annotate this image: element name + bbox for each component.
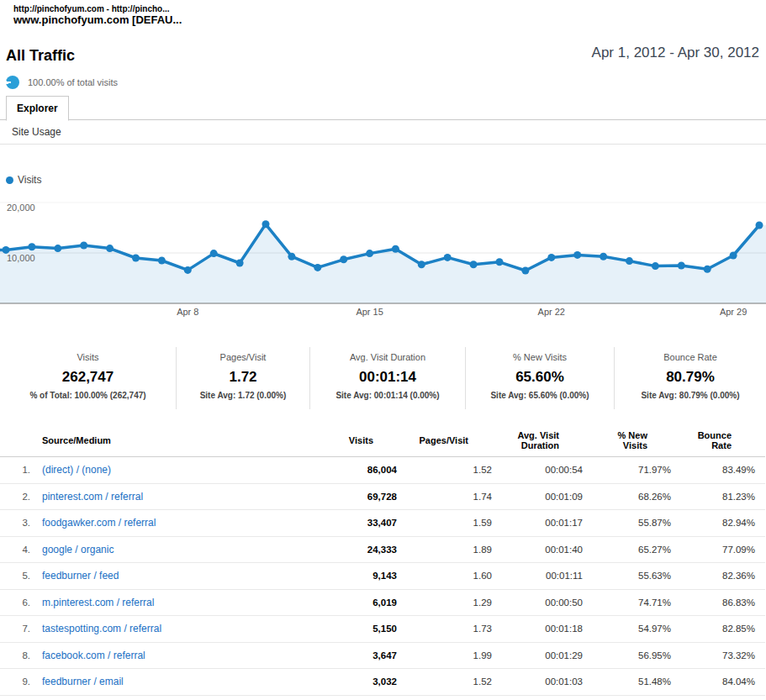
data-point-marker[interactable] xyxy=(80,242,87,250)
metric-label: % New Visits xyxy=(466,352,614,362)
data-point-marker[interactable] xyxy=(652,262,659,270)
source-medium-table: Source/Medium Visits Pages/Visit Avg. Vi… xyxy=(0,424,765,700)
data-point-marker[interactable] xyxy=(626,257,633,265)
table-row: 9.feedburner / email3,0321.5200:01:0351.… xyxy=(0,669,765,696)
y-axis-label: 20,000 xyxy=(7,203,35,213)
data-point-marker[interactable] xyxy=(210,250,218,257)
data-point-marker[interactable] xyxy=(573,251,581,259)
tabbar-divider xyxy=(0,119,766,120)
table-row: 8.facebook.com / referral3,6471.9900:01:… xyxy=(0,642,765,669)
header-rank xyxy=(0,424,37,457)
header-avg-visit-duration[interactable]: Avg. Visit Duration xyxy=(502,424,593,457)
bounce-rate-value: 84.04% xyxy=(681,669,765,696)
bounce-rate-value: 73.32% xyxy=(681,642,765,669)
visits-chart-container: 10,00020,000Apr 8Apr 15Apr 22Apr 29 xyxy=(0,198,766,322)
data-point-marker[interactable] xyxy=(600,253,607,261)
avg-visit-duration-value: 00:00:50 xyxy=(502,589,593,616)
row-rank: 5. xyxy=(0,563,37,590)
tab-explorer[interactable]: Explorer xyxy=(6,96,69,121)
data-point-marker[interactable] xyxy=(106,245,114,252)
avg-visit-duration-value: 00:01:40 xyxy=(502,536,593,563)
data-point-marker[interactable] xyxy=(236,260,244,267)
visits-line-chart: 10,00020,000Apr 8Apr 15Apr 22Apr 29 xyxy=(0,198,766,322)
chart-legend: Visits xyxy=(6,174,41,186)
data-point-marker[interactable] xyxy=(132,255,140,262)
bounce-rate-value: 82.85% xyxy=(681,616,765,643)
header-visits[interactable]: Visits xyxy=(323,424,407,457)
data-point-marker[interactable] xyxy=(392,245,399,253)
table-row: 5.feedburner / feed9,1431.6000:01:1155.6… xyxy=(0,563,765,590)
table-row: 4.google / organic24,3331.8900:01:4065.2… xyxy=(0,536,765,563)
source-medium-link[interactable]: (direct) / (none) xyxy=(42,464,111,476)
source-medium-link: m.pinterest.com / referral xyxy=(37,589,323,616)
row-rank: 8. xyxy=(0,642,37,669)
source-medium-link: feedburner / feed xyxy=(37,563,323,590)
pages-per-visit-value: 1.52 xyxy=(407,457,502,484)
table-row: 1.(direct) / (none)86,0041.5200:00:5471.… xyxy=(0,457,765,484)
data-point-marker[interactable] xyxy=(28,243,35,250)
date-range-selector[interactable]: Apr 1, 2012 - Apr 30, 2012 xyxy=(592,45,759,61)
header-source-medium[interactable]: Source/Medium xyxy=(37,424,323,457)
source-medium-link[interactable]: google / organic xyxy=(42,544,114,555)
source-medium-link[interactable]: m.pinterest.com / referral xyxy=(42,597,154,608)
source-medium-link[interactable]: foodgawker.com / referral xyxy=(42,517,156,529)
header-bounce-rate[interactable]: Bounce Rate xyxy=(681,424,765,457)
header-pages-per-visit[interactable]: Pages/Visit xyxy=(407,424,502,457)
data-point-marker[interactable] xyxy=(366,250,373,257)
bounce-rate-value: 81.23% xyxy=(681,483,765,510)
data-point-marker[interactable] xyxy=(444,254,452,261)
data-point-marker[interactable] xyxy=(496,258,504,266)
data-point-marker[interactable] xyxy=(288,253,295,261)
visits-value: 2,312 xyxy=(323,695,407,700)
row-rank: 6. xyxy=(0,589,37,616)
row-rank: 2. xyxy=(0,483,37,510)
source-medium-link: tastespotting.com / referral xyxy=(37,616,323,643)
pages-per-visit-value: 1.73 xyxy=(407,616,502,643)
avg-visit-duration-value: 00:01:09 xyxy=(502,483,593,510)
data-point-marker[interactable] xyxy=(418,261,425,268)
source-medium-link[interactable]: feedburner / email xyxy=(42,676,124,687)
legend-visits-label: Visits xyxy=(18,174,41,186)
table-row: 7.tastespotting.com / referral5,1501.730… xyxy=(0,616,765,643)
metric-bounce-rate: Bounce Rate 80.79% Site Avg: 80.79% (0.0… xyxy=(614,347,766,409)
table-header-row: Source/Medium Visits Pages/Visit Avg. Vi… xyxy=(0,424,765,457)
data-point-marker[interactable] xyxy=(158,257,166,265)
pages-per-visit-value: 1.29 xyxy=(407,589,502,616)
pages-per-visit-value: 1.74 xyxy=(407,483,502,510)
data-point-marker[interactable] xyxy=(470,261,478,268)
source-medium-link[interactable]: pinterest.com / referral xyxy=(42,491,143,503)
data-point-marker[interactable] xyxy=(340,255,347,263)
data-point-marker[interactable] xyxy=(314,264,321,271)
visits-value: 69,728 xyxy=(323,483,407,510)
data-point-marker[interactable] xyxy=(756,222,763,229)
source-medium-link[interactable]: facebook.com / referral xyxy=(42,650,145,661)
source-medium-link[interactable]: feedburner / feed xyxy=(42,570,119,582)
pages-per-visit-value: 1.60 xyxy=(407,563,502,590)
data-point-marker[interactable] xyxy=(730,252,737,260)
x-axis-label: Apr 29 xyxy=(720,307,747,317)
data-point-marker[interactable] xyxy=(54,245,61,252)
metric-label: Avg. Visit Duration xyxy=(310,352,465,362)
source-medium-link: facebook.com / referral xyxy=(37,642,323,669)
new-visits-value: 55.87% xyxy=(593,510,681,537)
data-point-marker[interactable] xyxy=(184,266,192,274)
metric-new-visits: % New Visits 65.60% Site Avg: 65.60% (0.… xyxy=(465,347,614,409)
data-point-marker[interactable] xyxy=(678,262,685,270)
metric-subtext: Site Avg: 65.60% (0.00%) xyxy=(466,391,614,400)
data-point-marker[interactable] xyxy=(521,267,529,275)
new-visits-value: 65.27% xyxy=(593,536,681,563)
data-point-marker[interactable] xyxy=(547,254,555,261)
source-medium-link[interactable]: tastespotting.com / referral xyxy=(42,623,161,634)
data-point-marker[interactable] xyxy=(704,266,711,273)
new-visits-value: 51.48% xyxy=(593,669,681,696)
visits-value: 9,143 xyxy=(323,563,407,590)
new-visits-value: 74.71% xyxy=(593,589,681,616)
data-point-marker[interactable] xyxy=(262,220,270,228)
header-new-visits[interactable]: % New Visits xyxy=(593,424,681,457)
row-rank: 10. xyxy=(0,695,37,700)
data-point-marker[interactable] xyxy=(3,246,10,254)
table-row: 2.pinterest.com / referral69,7281.7400:0… xyxy=(0,483,765,510)
new-visits-value: 68.26% xyxy=(593,483,681,510)
metric-visits: Visits 262,747 % of Total: 100.00% (262,… xyxy=(0,347,176,409)
subtab-site-usage[interactable]: Site Usage xyxy=(12,126,61,138)
